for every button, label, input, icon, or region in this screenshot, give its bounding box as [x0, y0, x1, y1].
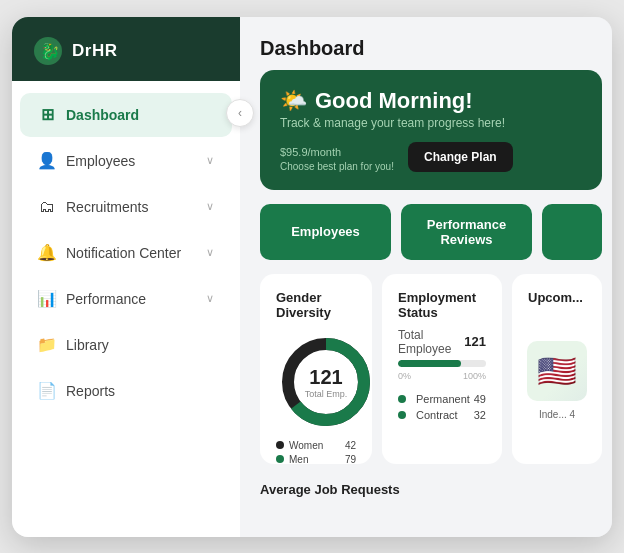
contract-dot: [398, 411, 406, 419]
women-label: Women: [289, 440, 323, 451]
nav-label-dashboard: Dashboard: [66, 107, 139, 123]
nav-chevron-performance: ∨: [206, 292, 214, 305]
progress-bar-fill: [398, 360, 461, 367]
sidebar-item-reports[interactable]: 📄 Reports: [20, 369, 232, 413]
performance-reviews-quick-button[interactable]: Performance Reviews: [401, 204, 532, 260]
nav-icon-employees: 👤: [38, 152, 56, 170]
progress-label-right: 100%: [463, 371, 486, 381]
emp-total-label: Total Employee: [398, 328, 464, 356]
logo-icon: 🐉: [32, 35, 64, 67]
nav-item-left-performance: 📊 Performance: [38, 290, 146, 308]
emp-total-num: 121: [464, 334, 486, 349]
collapse-icon: ‹: [238, 106, 242, 120]
change-plan-button[interactable]: Change Plan: [408, 142, 513, 172]
gender-diversity-title: Gender Diversity: [276, 290, 356, 320]
morning-emoji: 🌤️: [280, 88, 307, 114]
sidebar-item-library[interactable]: 📁 Library: [20, 323, 232, 367]
nav-icon-notification-center: 🔔: [38, 244, 56, 262]
nav-item-left-recruitments: 🗂 Recruitments: [38, 198, 148, 216]
donut-label: Total Emp.: [305, 388, 348, 398]
permanent-legend-item: Permanent 49: [398, 393, 486, 405]
svg-text:🐉: 🐉: [40, 42, 60, 61]
permanent-label: Permanent: [416, 393, 470, 405]
morning-subtitle: Track & manage your team progress here!: [280, 116, 582, 130]
sidebar-item-notification-center[interactable]: 🔔 Notification Center ∨: [20, 231, 232, 275]
progress-labels: 0% 100%: [398, 371, 486, 381]
upcoming-image: 🇺🇸: [527, 341, 587, 401]
morning-heading: Good Morning!: [315, 88, 473, 114]
contract-label: Contract: [416, 409, 458, 421]
men-dot: [276, 455, 284, 463]
upcoming-item-text: Inde... 4: [539, 409, 575, 420]
upcoming-card: Upcom... 🇺🇸 Inde... 4: [512, 274, 602, 464]
stats-row: Gender Diversity 121 Total Emp.: [260, 274, 602, 464]
upcoming-item-num: 4: [570, 409, 576, 420]
employment-progress-bar: [398, 360, 486, 367]
women-dot: [276, 441, 284, 449]
morning-card: 🌤️ Good Morning! Track & manage your tea…: [260, 70, 602, 190]
employees-quick-button[interactable]: Employees: [260, 204, 391, 260]
employment-status-card: Employment Status Total Employee 121 0% …: [382, 274, 502, 464]
nav-icon-performance: 📊: [38, 290, 56, 308]
nav-item-left-notification-center: 🔔 Notification Center: [38, 244, 181, 262]
permanent-count: 49: [474, 393, 486, 405]
sidebar-item-recruitments[interactable]: 🗂 Recruitments ∨: [20, 185, 232, 229]
upcoming-inner: 🇺🇸 Inde... 4: [528, 313, 586, 448]
plan-info: $95.9/month Choose best plan for you!: [280, 142, 394, 172]
nav-label-performance: Performance: [66, 291, 146, 307]
women-count: 42: [345, 440, 356, 451]
nav-item-left-reports: 📄 Reports: [38, 382, 115, 400]
donut-chart: 121 Total Emp.: [276, 332, 372, 432]
nav-icon-recruitments: 🗂: [38, 198, 56, 216]
nav-chevron-employees: ∨: [206, 154, 214, 167]
main-content: Dashboard 🌤️ Good Morning! Track & manag…: [240, 17, 612, 537]
upcoming-emoji: 🇺🇸: [537, 352, 577, 390]
nav-label-recruitments: Recruitments: [66, 199, 148, 215]
third-quick-button[interactable]: [542, 204, 602, 260]
donut-container: 121 Total Emp. Women 42: [276, 328, 356, 464]
donut-total: 121: [305, 365, 348, 388]
men-count: 79: [345, 454, 356, 464]
logo-text: DrHR: [72, 41, 117, 61]
plan-label: Choose best plan for you!: [280, 161, 394, 172]
nav-label-reports: Reports: [66, 383, 115, 399]
nav-item-left-dashboard: ⊞ Dashboard: [38, 106, 139, 124]
nav-icon-library: 📁: [38, 336, 56, 354]
men-legend-item: Men 79: [276, 454, 356, 464]
upcoming-item-label: Inde...: [539, 409, 567, 420]
nav-chevron-recruitments: ∨: [206, 200, 214, 213]
nav-icon-dashboard: ⊞: [38, 106, 56, 124]
nav-label-library: Library: [66, 337, 109, 353]
nav-label-notification-center: Notification Center: [66, 245, 181, 261]
progress-label-left: 0%: [398, 371, 411, 381]
sidebar-nav: ⊞ Dashboard 👤 Employees ∨ 🗂 Recruitments…: [12, 81, 240, 537]
upcoming-title: Upcom...: [528, 290, 586, 305]
sidebar: 🐉 DrHR ‹ ⊞ Dashboard 👤 Employees ∨ 🗂: [12, 17, 240, 537]
donut-center: 121 Total Emp.: [305, 365, 348, 398]
content-area: 🌤️ Good Morning! Track & manage your tea…: [240, 70, 612, 537]
sidebar-collapse-button[interactable]: ‹: [226, 99, 254, 127]
page-title: Dashboard: [240, 17, 612, 70]
gender-diversity-card: Gender Diversity 121 Total Emp.: [260, 274, 372, 464]
avg-jobs-title: Average Job Requests: [260, 478, 602, 497]
plan-row: $95.9/month Choose best plan for you! Ch…: [280, 142, 582, 172]
nav-chevron-notification-center: ∨: [206, 246, 214, 259]
nav-item-left-library: 📁 Library: [38, 336, 109, 354]
sidebar-header: 🐉 DrHR: [12, 17, 240, 81]
nav-icon-reports: 📄: [38, 382, 56, 400]
employment-legend: Permanent 49 Contract 32: [398, 393, 486, 421]
plan-price: $95.9/month: [280, 142, 394, 160]
nav-label-employees: Employees: [66, 153, 135, 169]
nav-item-left-employees: 👤 Employees: [38, 152, 135, 170]
contract-legend-item: Contract 32: [398, 409, 486, 421]
permanent-dot: [398, 395, 406, 403]
women-legend-item: Women 42: [276, 440, 356, 451]
sidebar-item-employees[interactable]: 👤 Employees ∨: [20, 139, 232, 183]
morning-title: 🌤️ Good Morning!: [280, 88, 582, 114]
app-container: 🐉 DrHR ‹ ⊞ Dashboard 👤 Employees ∨ 🗂: [12, 17, 612, 537]
sidebar-item-dashboard[interactable]: ⊞ Dashboard: [20, 93, 232, 137]
sidebar-item-performance[interactable]: 📊 Performance ∨: [20, 277, 232, 321]
men-label: Men: [289, 454, 308, 464]
contract-count: 32: [474, 409, 486, 421]
emp-total-row: Total Employee 121: [398, 328, 486, 356]
